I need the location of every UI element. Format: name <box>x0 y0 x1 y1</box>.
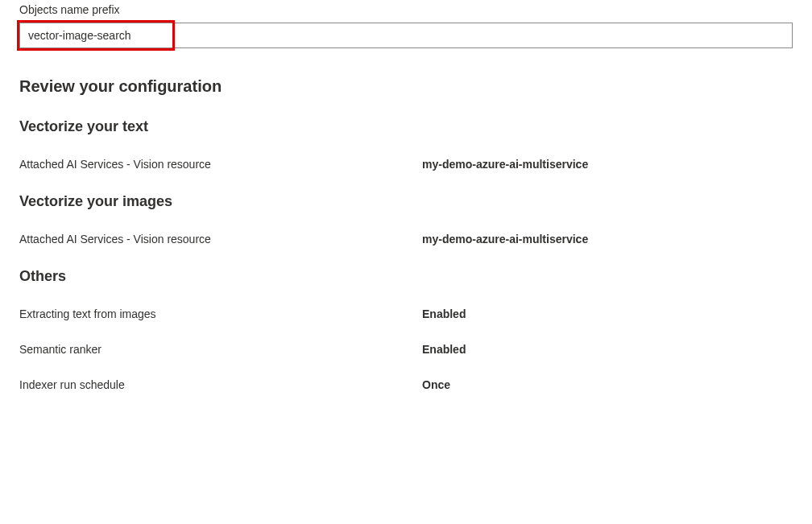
table-row: Attached AI Services - Vision resource m… <box>19 233 793 245</box>
indexer-schedule-label: Indexer run schedule <box>19 378 422 391</box>
vectorize-images-resource-value: my-demo-azure-ai-multiservice <box>422 233 588 245</box>
review-configuration-heading: Review your configuration <box>19 77 793 96</box>
objects-name-prefix-label: Objects name prefix <box>19 3 793 16</box>
table-row: Semantic ranker Enabled <box>19 343 793 356</box>
objects-name-prefix-input[interactable] <box>19 23 793 48</box>
table-row: Extracting text from images Enabled <box>19 307 793 320</box>
others-heading: Others <box>19 268 793 285</box>
table-row: Attached AI Services - Vision resource m… <box>19 158 793 171</box>
semantic-ranker-label: Semantic ranker <box>19 343 422 356</box>
indexer-schedule-value: Once <box>422 378 450 391</box>
others-section: Others Extracting text from images Enabl… <box>19 268 793 391</box>
extracting-text-value: Enabled <box>422 307 466 320</box>
extracting-text-label: Extracting text from images <box>19 307 422 320</box>
table-row: Indexer run schedule Once <box>19 378 793 391</box>
vectorize-images-section: Vectorize your images Attached AI Servic… <box>19 193 793 245</box>
vectorize-text-heading: Vectorize your text <box>19 118 793 135</box>
vectorize-text-section: Vectorize your text Attached AI Services… <box>19 118 793 171</box>
vectorize-text-resource-value: my-demo-azure-ai-multiservice <box>422 158 588 171</box>
vectorize-images-heading: Vectorize your images <box>19 193 793 210</box>
semantic-ranker-value: Enabled <box>422 343 466 356</box>
objects-name-prefix-wrapper <box>19 23 793 48</box>
vectorize-text-resource-label: Attached AI Services - Vision resource <box>19 158 422 171</box>
vectorize-images-resource-label: Attached AI Services - Vision resource <box>19 233 422 245</box>
